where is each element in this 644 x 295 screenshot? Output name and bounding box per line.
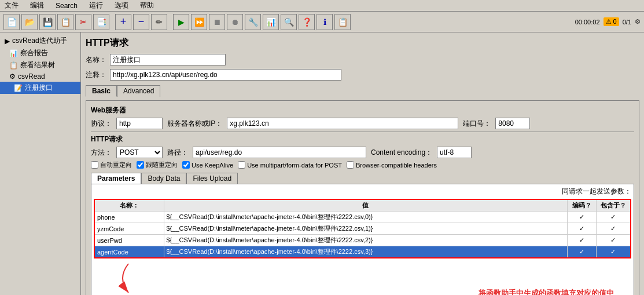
sub-tabs: Parameters Body Data Files Upload bbox=[91, 173, 634, 184]
toolbar-right: 00:00:02 ⚠ 0 0/1 ⚙ bbox=[575, 17, 641, 26]
sub-tab-parameters[interactable]: Parameters bbox=[91, 173, 141, 184]
toolbar-search-btn[interactable]: 🔍 bbox=[281, 14, 297, 30]
param-include-phone: ✓ bbox=[596, 212, 631, 223]
sub-tab-filesupload[interactable]: Files Upload bbox=[186, 173, 238, 184]
toolbar-stop-btn[interactable]: ⏹ bbox=[209, 14, 225, 30]
comment-input[interactable] bbox=[110, 69, 341, 81]
toolbar-stop2-btn[interactable]: ⏺ bbox=[227, 14, 243, 30]
param-include-agent: ✓ bbox=[596, 246, 631, 258]
tab-basic-content: Web服务器 协议： 服务器名称或IP： 端口号： HTTP请求 方法： POS… bbox=[86, 100, 639, 295]
param-encode-agent: ✓ bbox=[567, 246, 596, 258]
toolbar-run-btn[interactable]: ▶ bbox=[173, 14, 189, 30]
tree-item-register[interactable]: 📝 注册接口 bbox=[0, 82, 80, 94]
tree-item-csvread-helper[interactable]: ▶ csvRead迭代助手 bbox=[0, 35, 80, 47]
menu-bar: 文件 编辑 Search 运行 选项 帮助 bbox=[0, 0, 644, 12]
toolbar-copy-btn[interactable]: 📑 bbox=[93, 14, 109, 30]
toolbar-remove-btn[interactable]: − bbox=[133, 14, 149, 30]
menu-file[interactable]: 文件 bbox=[2, 1, 21, 10]
toolbar-play2-btn[interactable]: ⏩ bbox=[191, 14, 207, 30]
toolbar-template-btn[interactable]: 📋 bbox=[57, 14, 73, 30]
table-row[interactable]: yzmCode ${__CSVRead(D:\install\meter\apa… bbox=[94, 223, 631, 235]
cb-keepalive-label: Use KeepAlive bbox=[192, 162, 233, 169]
param-encode-yzm: ✓ bbox=[567, 223, 596, 235]
param-value-userpwd: ${__CSVRead(D:\install\meter\apache-jmet… bbox=[164, 235, 567, 246]
right-panel: HTTP请求 名称： 注释： Basic Advanced Web服务器 协议：… bbox=[81, 32, 644, 295]
menu-run[interactable]: 运行 bbox=[87, 1, 105, 10]
param-value-agent: ${__CSVRead(D:\install\meter\apache-jmet… bbox=[164, 246, 567, 258]
cb-auto-redirect[interactable]: 自动重定向 bbox=[91, 161, 132, 169]
cb-browser-compat-label: Browser-compatible headers bbox=[356, 162, 437, 169]
port-input[interactable] bbox=[495, 118, 530, 129]
tab-basic[interactable]: Basic bbox=[86, 85, 117, 97]
cb-keepalive-input[interactable] bbox=[182, 161, 190, 169]
cb-browser-compat-input[interactable] bbox=[347, 161, 354, 169]
tree-item-csvread[interactable]: ⚙ csvRead bbox=[0, 71, 80, 82]
col-name: 名称： bbox=[94, 199, 164, 212]
tree-icon-register: 📝 bbox=[14, 84, 23, 92]
cb-follow-redirect[interactable]: 跟随重定向 bbox=[137, 161, 178, 169]
comment-label: 注释： bbox=[86, 70, 106, 80]
cb-auto-redirect-label: 自动重定向 bbox=[100, 161, 132, 169]
path-input[interactable] bbox=[193, 147, 366, 158]
web-server-section-title: Web服务器 bbox=[91, 105, 634, 115]
server-input[interactable] bbox=[227, 118, 458, 129]
comment-row: 注释： bbox=[86, 69, 639, 81]
main-tabs: Basic Advanced bbox=[86, 85, 639, 97]
name-input[interactable] bbox=[110, 54, 226, 65]
toolbar-new-btn[interactable]: 📄 bbox=[3, 14, 20, 30]
sub-tab-content: 同请求一起发送参数： 名称： 值 编码？ 包含于？ phone bbox=[91, 184, 634, 295]
param-name-yzm: yzmCode bbox=[94, 223, 164, 235]
toolbar-report-btn[interactable]: 📊 bbox=[263, 14, 279, 30]
toolbar-table-btn[interactable]: 📋 bbox=[334, 14, 351, 30]
tree-icon-csvread: ⚙ bbox=[9, 72, 16, 81]
menu-edit[interactable]: 编辑 bbox=[28, 1, 46, 10]
tree-label-csvread-helper: csvRead迭代助手 bbox=[12, 36, 67, 46]
method-select[interactable]: POST GET PUT DELETE bbox=[116, 147, 163, 158]
tree-label-csvread: csvRead bbox=[18, 72, 45, 81]
cb-keepalive[interactable]: Use KeepAlive bbox=[182, 161, 233, 169]
toolbar-cut-btn[interactable]: ✂ bbox=[75, 14, 91, 30]
toolbar-info-btn[interactable]: ℹ bbox=[317, 14, 333, 30]
http-request-section-title: HTTP请求 bbox=[91, 134, 634, 144]
tree-icon-results: 📋 bbox=[9, 61, 18, 70]
panel-title: HTTP请求 bbox=[86, 37, 639, 49]
tree-label-report: 察合报告 bbox=[20, 48, 48, 58]
param-name-phone: phone bbox=[94, 212, 164, 223]
table-row[interactable]: phone ${__CSVRead(D:\install\meter\apach… bbox=[94, 212, 631, 223]
cb-multipart-input[interactable] bbox=[238, 161, 245, 169]
toolbar-add-btn[interactable]: + bbox=[115, 14, 131, 30]
tab-advanced[interactable]: Advanced bbox=[117, 85, 160, 97]
param-value-phone: ${__CSVRead(D:\install\meter\apache-jmet… bbox=[164, 212, 567, 223]
cb-auto-redirect-input[interactable] bbox=[91, 161, 98, 169]
menu-options[interactable]: 选项 bbox=[112, 1, 131, 10]
sub-tab-bodydata[interactable]: Body Data bbox=[141, 173, 186, 184]
toolbar-broom-btn[interactable]: 🔧 bbox=[245, 14, 261, 30]
toolbar-open-btn[interactable]: 📂 bbox=[21, 14, 38, 30]
table-row[interactable]: userPwd ${__CSVRead(D:\install\meter\apa… bbox=[94, 235, 631, 246]
toolbar-pencil-btn[interactable]: ✏ bbox=[151, 14, 167, 30]
cb-follow-redirect-input[interactable] bbox=[137, 161, 144, 169]
warning-badge: ⚠ 0 bbox=[603, 17, 619, 26]
toolbar: 📄 📂 💾 📋 ✂ 📑 + − ✏ ▶ ⏩ ⏹ ⏺ 🔧 📊 🔍 ❓ ℹ 📋 00… bbox=[0, 12, 644, 32]
params-table: 名称： 值 编码？ 包含于？ phone ${__CSVRead(D:\inst… bbox=[94, 199, 631, 258]
menu-search[interactable]: Search bbox=[53, 2, 80, 10]
cb-multipart[interactable]: Use multipart/form-data for POST bbox=[238, 161, 342, 169]
toolbar-save-btn[interactable]: 💾 bbox=[39, 14, 56, 30]
cb-browser-compat[interactable]: Browser-compatible headers bbox=[347, 161, 437, 169]
annotation-arrow bbox=[105, 261, 152, 295]
menu-help[interactable]: 帮助 bbox=[138, 1, 156, 10]
toolbar-question-btn[interactable]: ❓ bbox=[299, 14, 315, 30]
cb-multipart-label: Use multipart/form-data for POST bbox=[247, 162, 342, 169]
encoding-input[interactable] bbox=[437, 147, 472, 158]
tree-item-results[interactable]: 📋 察看结果树 bbox=[0, 59, 80, 71]
tree-label-results: 察看结果树 bbox=[20, 60, 55, 70]
tree-item-report[interactable]: 📊 察合报告 bbox=[0, 47, 80, 59]
settings-icon[interactable]: ⚙ bbox=[635, 18, 641, 26]
main-layout: ▶ csvRead迭代助手 📊 察合报告 📋 察看结果树 ⚙ csvRead 📝… bbox=[0, 32, 644, 295]
param-include-yzm: ✓ bbox=[596, 223, 631, 235]
web-server-row: 协议： 服务器名称或IP： 端口号： bbox=[91, 118, 634, 129]
tree-icon-report: 📊 bbox=[9, 49, 18, 57]
protocol-input[interactable] bbox=[116, 118, 163, 129]
table-row-selected[interactable]: agentCode ${__CSVRead(D:\install\meter\a… bbox=[94, 246, 631, 258]
tree-icon-csvread-helper: ▶ bbox=[5, 37, 10, 45]
